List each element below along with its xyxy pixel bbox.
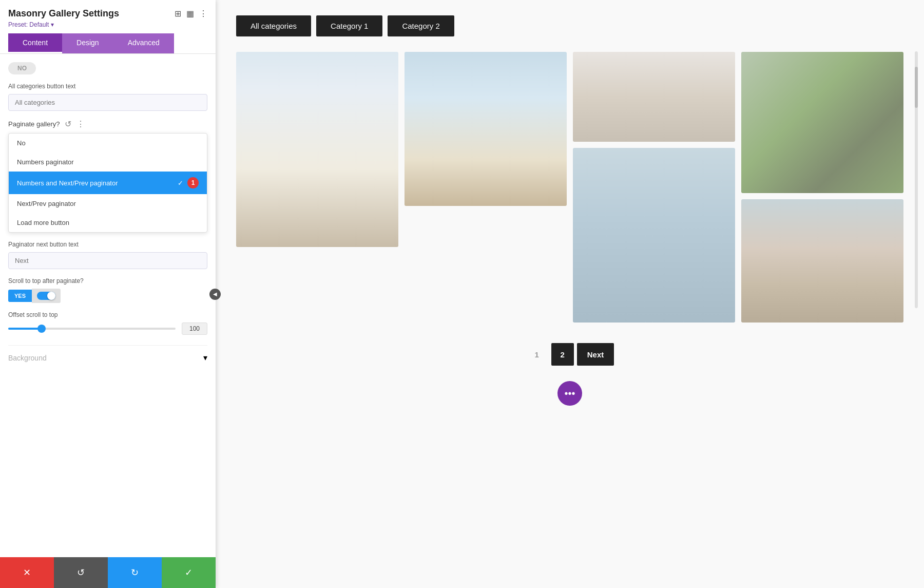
scroll-top-label: Scroll to top after paginate? [8, 277, 207, 284]
dropdown-next-prev-label: Next/Prev paginator [17, 200, 76, 207]
background-chevron-icon: ▾ [203, 353, 207, 363]
confirm-icon: ✓ [185, 567, 192, 578]
paginate-label: Paginate gallery? [8, 120, 60, 128]
window-icon[interactable]: ⊞ [175, 9, 181, 18]
reset-paginate-icon[interactable]: ↺ [65, 119, 71, 129]
dots-icon: ••• [564, 388, 575, 400]
pagination-bar: 1 2 Next [236, 343, 903, 366]
tab-content[interactable]: Content [8, 33, 62, 53]
dropdown-item-load-more[interactable]: Load more button [9, 213, 207, 232]
cat-btn-1[interactable]: Category 1 [316, 15, 382, 36]
paginator-next-label: Paginator next button text [8, 241, 207, 248]
toggle-yes-button[interactable]: YES [8, 290, 32, 302]
tab-advanced[interactable]: Advanced [113, 33, 174, 53]
toggle-no-button[interactable]: NO [8, 62, 36, 74]
gallery-image-5[interactable] [741, 52, 903, 193]
paginate-dropdown: No Numbers paginator Numbers and Next/Pr… [8, 133, 207, 233]
tab-design[interactable]: Design [62, 33, 113, 53]
dropdown-numbers-label: Numbers paginator [17, 158, 74, 166]
page-1-label: 1 [535, 350, 539, 359]
background-label: Background [8, 354, 47, 362]
dropdown-item-numbers-next-prev[interactable]: Numbers and Next/Prev paginator ✓ 1 [9, 172, 207, 194]
cancel-button[interactable]: ✕ [0, 557, 54, 588]
toggle-row: NO [8, 62, 207, 74]
gallery-image-1[interactable] [236, 52, 398, 247]
offset-slider-row: 100 [8, 323, 207, 335]
panel-title: Masonry Gallery Settings [8, 8, 119, 19]
page-2-label: 2 [561, 350, 565, 359]
gallery-image-2[interactable] [405, 52, 567, 206]
masonry-col-4 [741, 52, 903, 323]
panel-header: Masonry Gallery Settings ⊞ ▦ ⋮ Preset: D… [0, 0, 216, 54]
panel-title-icons: ⊞ ▦ ⋮ [175, 9, 207, 18]
confirm-button[interactable]: ✓ [162, 557, 216, 588]
toggle-switch-box[interactable] [32, 289, 61, 303]
more-icon[interactable]: ⋮ [199, 9, 207, 18]
page-1-button[interactable]: 1 [526, 343, 548, 366]
paginate-field-row: Paginate gallery? ↺ ⋮ [8, 119, 207, 129]
dropdown-load-more-label: Load more button [17, 219, 69, 226]
scroll-top-toggle: YES [8, 289, 207, 303]
gallery-image-3[interactable] [573, 52, 735, 142]
masonry-col-3 [573, 52, 735, 323]
masonry-col-1 [236, 52, 398, 323]
panel-tabs: Content Design Advanced [8, 33, 207, 53]
more-paginate-icon[interactable]: ⋮ [76, 119, 85, 129]
panel-body: NO All categories button text Paginate g… [0, 54, 216, 588]
masonry-col-2 [405, 52, 567, 323]
divi-controls: ••• [236, 381, 903, 406]
redo-button[interactable]: ↻ [108, 557, 162, 588]
divi-options-button[interactable]: ••• [557, 381, 582, 406]
scrollbar-thumb[interactable] [915, 67, 918, 108]
background-header[interactable]: Background ▾ [8, 353, 207, 363]
reset-button[interactable]: ↺ [54, 557, 108, 588]
resize-handle[interactable]: ◀ [209, 289, 221, 300]
gallery-image-4[interactable] [573, 148, 735, 323]
dropdown-item-no[interactable]: No [9, 134, 207, 153]
offset-scroll-label: Offset scroll to top [8, 311, 207, 318]
next-page-label: Next [587, 350, 604, 359]
preset-selector[interactable]: Preset: Default [8, 21, 207, 28]
reset-icon: ↺ [77, 567, 85, 578]
page-2-button[interactable]: 2 [551, 343, 574, 366]
category-buttons: All categories Category 1 Category 2 [236, 15, 903, 36]
offset-slider-value: 100 [182, 323, 207, 335]
badge-1: 1 [187, 177, 199, 188]
dropdown-item-numbers[interactable]: Numbers paginator [9, 153, 207, 172]
cancel-icon: ✕ [23, 567, 31, 578]
masonry-grid [236, 52, 903, 323]
dropdown-no-label: No [17, 139, 26, 147]
gallery-preview: All categories Category 1 Category 2 [216, 0, 924, 588]
cat-btn-2[interactable]: Category 2 [388, 15, 454, 36]
offset-slider-track[interactable] [8, 328, 176, 330]
next-page-button[interactable]: Next [577, 343, 614, 366]
columns-icon[interactable]: ▦ [186, 9, 194, 18]
dropdown-numbers-next-prev-label: Numbers and Next/Prev paginator [17, 179, 118, 187]
cat-btn-all[interactable]: All categories [236, 15, 311, 36]
action-bar: ✕ ↺ ↻ ✓ [0, 557, 216, 588]
scrollbar-track[interactable] [915, 51, 918, 308]
all-categories-input[interactable] [8, 94, 207, 111]
paginator-next-input[interactable] [8, 252, 207, 269]
redo-icon: ↻ [131, 567, 139, 578]
dropdown-item-next-prev[interactable]: Next/Prev paginator [9, 194, 207, 213]
selected-checkmark-icon: ✓ [178, 179, 183, 187]
gallery-image-6[interactable] [741, 199, 903, 323]
all-categories-label: All categories button text [8, 83, 207, 90]
settings-panel: Masonry Gallery Settings ⊞ ▦ ⋮ Preset: D… [0, 0, 216, 588]
background-section: Background ▾ [8, 345, 207, 363]
